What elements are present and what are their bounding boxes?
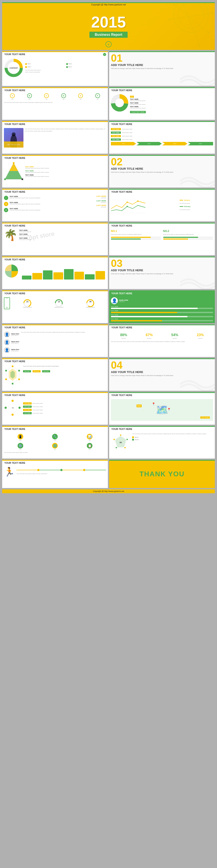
svg-point-20 [13,162,14,164]
people-desc: Your text here lorem ipsum dolor sit ame… [21,331,106,353]
slide-10-left-content: Your text here lorem ipsum dolor sit ame… [2,364,108,388]
slide-4-right: 02 ADD YOUR TITLE HERE Click here to cha… [109,155,215,187]
avatar-3: 👤 [4,347,10,353]
donut-items: Part 1 Part 2 Part 3 Part 4 [25,63,106,73]
svg-point-0 [174,2,208,33]
no1-section: NO.1 lorem ipsum dolor sit amet consecte… [111,229,161,240]
icon-item-6: 📋 text [73,443,106,450]
slide-8-left-content: 21 AVERAGE PRICE 13 AVERAGE PRICE [2,296,108,311]
slide-6-left-items: TEXT HERE lorem ipsum dolor sit TEXT HER… [19,229,106,241]
slide-6-right-content: NO.1 lorem ipsum dolor sit amet consecte… [109,228,215,242]
slide-row-3: YOUR TEXT HERE 75% YOUR TEXT HERE Your t… [2,121,215,154]
line-chart [111,196,178,214]
slide-7-left-content [2,262,108,281]
triangle-items: TEXT HERE Your text here lorem ipsum dol… [25,166,106,178]
slide-2-right-items: 01 TEXT HERE Your text here lorem ipsum … [130,94,213,114]
slide-12-right-content: 06 Your text here lorem ipsum dolor sit … [109,431,215,455]
svg-point-22 [22,178,23,180]
svg-point-7 [182,2,183,3]
radar-chart: 06 [111,433,130,453]
radar-items: Your text here lorem ipsum dolor sit ame… [132,433,213,453]
svg-point-41 [18,378,20,380]
photo-placeholder: 75% YOUR TEXT HERE [4,128,24,148]
text-here-3[interactable]: TEXT HERE [23,409,32,411]
icon-item-5: 🌐 text [39,443,72,450]
svg-point-56 [120,434,121,436]
phone-stats: 21 AVERAGE PRICE 13 AVERAGE PRICE [12,299,106,308]
svg-point-50 [5,407,7,409]
slide-8-right-title: YOUR TEXT HERE [109,290,215,296]
slide-3-left-content: 75% YOUR TEXT HERE Your text here lorem … [2,126,108,149]
circular-diagram: 01 [4,399,21,417]
slide-row-1: YOUR TEXT HERE CONTENT P [2,51,215,86]
slide-row-4: YOUR TEXT HERE TEXT HERE [2,155,215,187]
icon-grid: 📱 text 🔧 text 📊 text ⚙️ text [4,434,106,450]
svg-point-5 [173,4,174,5]
connected-arrows: step 1 step 2 step 3 step 4 [111,142,213,145]
svg-point-44 [5,370,7,372]
avatar: 👤 [111,297,118,304]
slide-number-01: 01 [111,53,213,63]
slide-number-04: 04 [111,360,213,370]
person-1: 👤 Name Here lorem ipsum [4,331,19,337]
check-icon: ✓ [4,196,8,200]
pct-desc: Your text here lorem ipsum dolor sit ame… [111,341,213,343]
circle-e: E text [78,93,83,100]
footer-copyright: Copyright @ http://www.pptstore.net [2,489,215,493]
list-item-2: ★ TEXT HERE Your text here lorem ipsum d… [4,202,106,206]
avatar-1: 👤 [4,331,10,337]
slide-2-left-desc: Your text here lorem ipsum dolor sit ame… [4,101,106,103]
phone-icon [4,297,10,309]
slide-8-right: YOUR TEXT HERE 👤 NAME HERE Title here TE… [109,290,215,323]
donut-center: CONTENT [9,67,18,69]
slide-10-left-items: Your text here lorem ipsum dolor sit ame… [23,365,106,385]
slide-row-12: YOUR TEXT HERE 📱 text 🔧 text 📊 text [2,426,215,459]
tag-your-text[interactable]: YOUR TEXT HERE [130,111,146,113]
circle-a: A text [10,93,15,100]
part2: Part 2 [66,63,106,65]
slide-row-6: YOUR TEXT HERE 🌴 ppt store TEXT HERE lor… [2,223,215,255]
svg-line-2 [174,4,208,33]
svg-point-9 [169,19,170,20]
avatar-2: 👤 [4,339,10,345]
slide-6-left: YOUR TEXT HERE 🌴 ppt store TEXT HERE lor… [2,223,108,255]
circle-c: C text [44,93,49,100]
tag-2[interactable]: Text here [33,370,40,372]
slide-row-7: YOUR TEXT HERE [2,256,215,289]
pct-23: 23% text here [197,333,204,339]
slide-11-left: YOUR TEXT HERE 01 [2,392,108,425]
svg-text:01: 01 [12,407,14,409]
cover-subtitle: Business Report [89,32,127,38]
slide-10-left: YOUR TEXT HERE [2,358,108,391]
page-wrapper: Copyright @ http://www.pptstore.net 2015… [0,0,217,495]
slide-5-left: YOUR TEXT HERE ✓ TEXT HERE Your text her… [2,189,108,221]
slide-5-left-content: ✓ TEXT HERE Your text here lorem ipsum d… [2,194,108,214]
svg-point-21 [4,178,6,180]
slide-row-5: YOUR TEXT HERE ✓ TEXT HERE Your text her… [2,189,215,221]
text-here-2[interactable]: TEXT HERE [23,406,32,408]
text-here-1[interactable]: TEXT HERE [23,402,32,404]
thank-you-content: THANK YOU [136,460,188,488]
person-2: 👤 Name Here lorem ipsum [4,339,19,345]
horizontal-bars: TEXT HERE TEXT HERE TEXT HERE [111,306,213,321]
slide-row-10: YOUR TEXT HERE [2,358,215,391]
slide-1-right: 01 ADD YOUR TITLE HERE Click here to cha… [109,51,215,86]
slide-12-right: YOUR TEXT HERE [109,426,215,459]
tag-1[interactable]: Text here [23,370,31,372]
tag-3[interactable]: Text here [42,370,50,372]
svg-point-58 [124,447,126,448]
svg-point-1 [178,2,204,28]
slide-3-left-text: Your text here lorem ipsum dolor sit ame… [25,128,106,148]
slide-6-left-content: 🌴 ppt store TEXT HERE lorem ipsum dolor … [2,228,108,242]
svg-point-42 [12,383,13,384]
map-icon: 🗺️ [156,404,168,416]
slide-1-left: YOUR TEXT HERE CONTENT P [2,51,108,86]
slide-12-left-content: 📱 text 🔧 text 📊 text ⚙️ text [2,431,108,455]
part4: Part 4 [66,66,106,68]
chart-legend: January Your text lorem ipsum February Y… [180,196,213,214]
timeline-text-items: TEXT HERE lorem ipsum dolor TEXT HERE lo… [23,402,106,414]
chevron-icon[interactable]: ∨ [105,41,112,47]
icon-item-3: 📊 text [73,434,106,441]
copyright-text: Copyright @ http://www.pptstore.net [91,3,126,6]
text-here-4[interactable]: TEXT HERE [23,412,32,414]
